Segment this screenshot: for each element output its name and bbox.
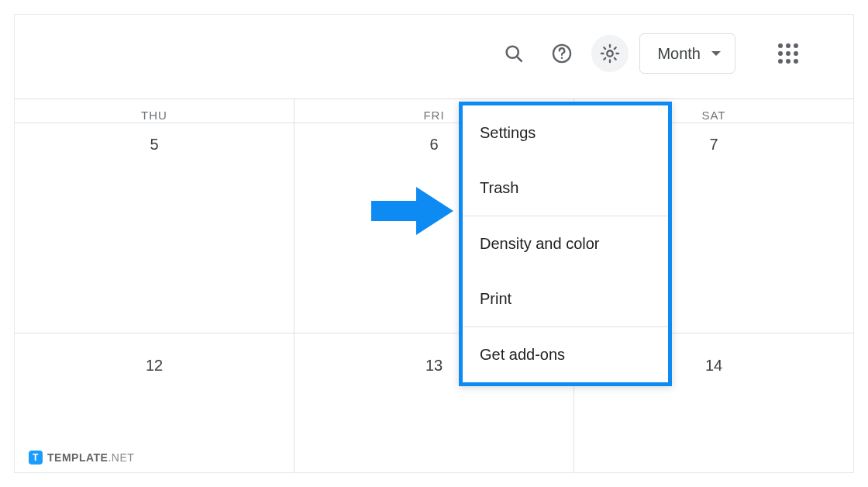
watermark-logo-icon: T xyxy=(29,451,43,465)
watermark: T TEMPLATE.NET xyxy=(29,451,134,465)
calendar-grid: THU FRI SAT 5 6 7 12 13 14 xyxy=(15,98,853,472)
view-selector[interactable]: Month xyxy=(639,33,735,74)
menu-item-print[interactable]: Print xyxy=(463,271,668,326)
app-frame: Month THU FRI SAT 5 6 7 12 13 14 Setting… xyxy=(14,14,854,473)
svg-point-0 xyxy=(507,47,518,58)
calendar-day-cell[interactable]: 5 xyxy=(15,123,294,333)
menu-item-density[interactable]: Density and color xyxy=(463,216,668,271)
svg-line-1 xyxy=(517,57,522,61)
menu-item-trash[interactable]: Trash xyxy=(463,161,668,216)
search-icon[interactable] xyxy=(495,35,532,72)
calendar-header-row: THU FRI SAT xyxy=(15,98,853,123)
day-header: THU xyxy=(15,99,294,123)
svg-point-3 xyxy=(561,57,563,60)
view-selector-label: Month xyxy=(657,45,701,63)
svg-point-4 xyxy=(608,50,613,56)
menu-item-addons[interactable]: Get add-ons xyxy=(463,327,668,382)
toolbar: Month xyxy=(15,30,853,77)
menu-item-settings[interactable]: Settings xyxy=(463,105,668,161)
apps-grid-icon[interactable] xyxy=(770,35,807,72)
settings-dropdown-menu: Settings Trash Density and color Print G… xyxy=(459,102,672,386)
help-icon[interactable] xyxy=(543,35,580,72)
calendar-week-row: 12 13 14 xyxy=(15,333,853,473)
settings-gear-icon[interactable] xyxy=(591,35,629,72)
chevron-down-icon xyxy=(711,51,721,56)
